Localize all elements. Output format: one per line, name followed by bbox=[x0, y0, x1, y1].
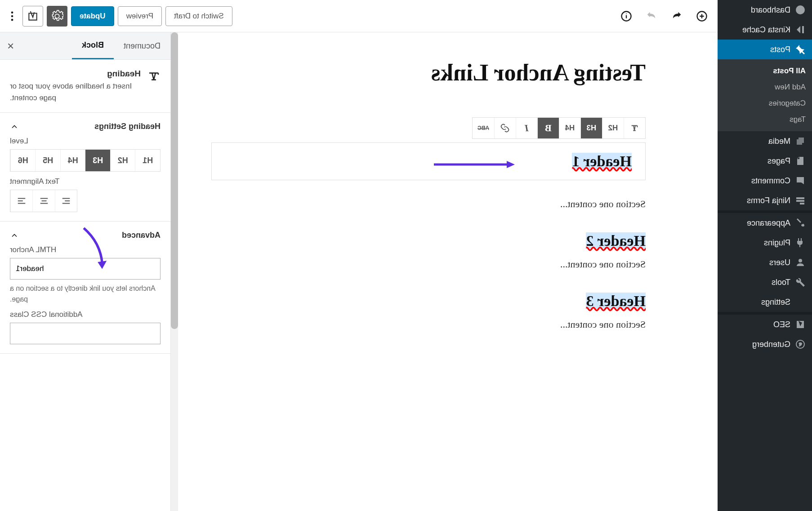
paragraph[interactable]: Section one content... bbox=[211, 319, 646, 330]
update-button[interactable]: Update bbox=[71, 6, 114, 26]
menu-label: Kinsta Cache bbox=[742, 25, 790, 35]
heading-icon bbox=[147, 70, 161, 83]
dashboard-icon bbox=[795, 4, 806, 15]
wrench-icon bbox=[795, 277, 806, 288]
sub-categories[interactable]: Categories bbox=[718, 95, 812, 111]
block-type-description: Insert a headline above your post or pag… bbox=[10, 80, 141, 103]
menu-users[interactable]: Users bbox=[718, 253, 812, 272]
chevron-up-icon bbox=[10, 231, 19, 240]
link-button[interactable] bbox=[494, 118, 516, 138]
menu-ninja[interactable]: Ninja Forms bbox=[718, 191, 812, 210]
menu-tools[interactable]: Tools bbox=[718, 272, 812, 292]
menu-label: Media bbox=[768, 137, 790, 146]
level-h2[interactable]: H2 bbox=[110, 150, 135, 171]
menu-label: Users bbox=[769, 258, 790, 267]
svg-point-5 bbox=[11, 18, 13, 21]
menu-settings[interactable]: Settings bbox=[718, 292, 812, 312]
align-label: Text Alignment bbox=[10, 177, 161, 186]
heading-text[interactable]: Header 1 bbox=[572, 153, 632, 169]
annotation-arrow bbox=[434, 160, 515, 164]
align-left[interactable] bbox=[55, 190, 77, 212]
level-h1[interactable]: H1 bbox=[135, 150, 161, 171]
level-picker: H1 H2 H3 H4 H5 H6 bbox=[10, 149, 161, 172]
heading-settings-panel: Heading Settings Level H1 H2 H3 H4 H5 H6… bbox=[0, 113, 170, 222]
menu-comments[interactable]: Comments bbox=[718, 171, 812, 191]
menu-media[interactable]: Media bbox=[718, 131, 812, 151]
editor-topbar: Switch to Draft Preview Update bbox=[0, 0, 718, 32]
preview-button[interactable]: Preview bbox=[118, 6, 162, 26]
menu-gutenberg[interactable]: Gutenberg bbox=[718, 334, 812, 354]
yoast-button[interactable] bbox=[22, 6, 43, 27]
more-button[interactable] bbox=[5, 6, 19, 27]
editor-canvas: Testing Anchor Links H2 H3 H4 B I ABC He… bbox=[171, 32, 718, 511]
info-button[interactable] bbox=[616, 6, 637, 27]
menu-kinsta[interactable]: Kinsta Cache bbox=[718, 20, 812, 40]
user-icon bbox=[795, 257, 806, 268]
strikethrough-button[interactable]: ABC bbox=[473, 118, 494, 138]
heading-h3[interactable]: H3 bbox=[580, 118, 602, 138]
tab-block[interactable]: Block bbox=[72, 32, 114, 59]
menu-label: Comments bbox=[751, 176, 790, 186]
level-label: Level bbox=[10, 137, 161, 146]
anchor-input[interactable] bbox=[10, 258, 161, 280]
close-sidebar[interactable]: × bbox=[0, 39, 21, 53]
block-type-button[interactable] bbox=[624, 118, 645, 138]
anchor-label: HTML Anchor bbox=[10, 245, 161, 254]
level-h6[interactable]: H6 bbox=[10, 150, 36, 171]
block-toolbar: H2 H3 H4 B I ABC bbox=[472, 117, 646, 139]
panel-toggle[interactable]: Heading Settings bbox=[10, 122, 161, 131]
menu-posts[interactable]: Posts bbox=[718, 40, 812, 59]
menu-label: Appearance bbox=[747, 218, 790, 228]
form-icon bbox=[795, 195, 806, 206]
menu-label: Posts bbox=[770, 45, 790, 54]
tab-document[interactable]: Document bbox=[114, 33, 170, 59]
level-h4[interactable]: H4 bbox=[60, 150, 85, 171]
redo-button[interactable] bbox=[641, 6, 662, 27]
menu-label: Pages bbox=[767, 156, 790, 166]
post-title[interactable]: Testing Anchor Links bbox=[211, 59, 646, 86]
sidebar-tabs: Document Block × bbox=[0, 32, 170, 60]
sub-add-new[interactable]: Add New bbox=[718, 79, 812, 95]
sub-tags[interactable]: Tags bbox=[718, 111, 812, 128]
block-description: Heading Insert a headline above your pos… bbox=[0, 60, 170, 113]
level-h5[interactable]: H5 bbox=[36, 150, 61, 171]
panel-toggle[interactable]: Advanced bbox=[10, 231, 161, 240]
svg-point-3 bbox=[11, 11, 13, 13]
pages-icon bbox=[795, 156, 806, 166]
menu-plugins[interactable]: Plugins bbox=[718, 233, 812, 253]
bold-button[interactable]: B bbox=[537, 118, 559, 138]
level-h3[interactable]: H3 bbox=[85, 150, 111, 171]
undo-button[interactable] bbox=[666, 6, 687, 27]
paragraph[interactable]: Section one content... bbox=[211, 258, 646, 270]
menu-label: Gutenberg bbox=[752, 340, 790, 349]
sub-all-posts[interactable]: All Posts bbox=[718, 63, 812, 79]
heading-block[interactable]: Header 3 bbox=[211, 293, 646, 310]
block-type-title: Heading bbox=[10, 69, 141, 79]
yoast-icon bbox=[795, 319, 806, 330]
paragraph[interactable]: Section one content... bbox=[211, 198, 646, 210]
align-right[interactable] bbox=[10, 190, 32, 212]
menu-seo[interactable]: SEO bbox=[718, 315, 812, 334]
settings-sidebar: Document Block × Heading Insert a headli… bbox=[0, 32, 171, 511]
settings-button[interactable] bbox=[47, 6, 67, 27]
chevron-up-icon bbox=[10, 122, 19, 131]
advanced-panel: Advanced HTML Anchor Anchors lets you li… bbox=[0, 222, 170, 354]
menu-label: Plugins bbox=[764, 238, 790, 248]
plug-icon bbox=[795, 237, 806, 248]
add-block-button[interactable] bbox=[692, 6, 712, 27]
heading-h2[interactable]: H2 bbox=[602, 118, 624, 138]
sliders-icon bbox=[795, 297, 806, 307]
heading-block-selected[interactable]: Header 1 bbox=[211, 142, 646, 180]
heading-block[interactable]: Header 2 bbox=[211, 232, 646, 249]
scrollbar[interactable] bbox=[171, 32, 178, 511]
menu-dashboard[interactable]: Dashboard bbox=[718, 0, 812, 20]
align-center[interactable] bbox=[32, 190, 54, 212]
menu-label: SEO bbox=[773, 320, 790, 329]
italic-button[interactable]: I bbox=[516, 118, 537, 138]
menu-appearance[interactable]: Appearance bbox=[718, 213, 812, 233]
heading-h4[interactable]: H4 bbox=[559, 118, 580, 138]
css-input[interactable] bbox=[10, 323, 161, 344]
switch-draft-button[interactable]: Switch to Draft bbox=[165, 6, 232, 26]
menu-pages[interactable]: Pages bbox=[718, 151, 812, 171]
align-picker bbox=[10, 190, 77, 212]
